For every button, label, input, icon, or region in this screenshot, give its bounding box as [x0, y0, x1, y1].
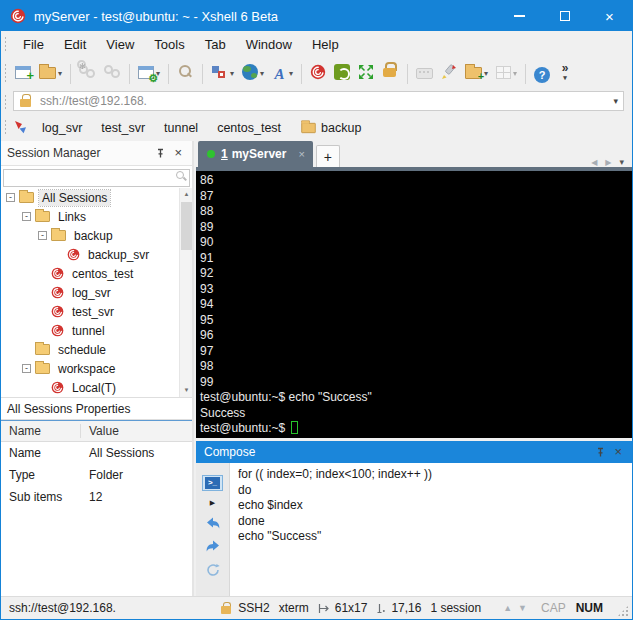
collapse-icon[interactable]: -: [22, 364, 31, 373]
tree-item-links[interactable]: -Links: [1, 207, 192, 226]
tree-item-test-svr[interactable]: test_svr: [1, 302, 192, 321]
caps-lock-indicator: CAP: [541, 601, 566, 615]
new-folder-button[interactable]: +▾: [462, 62, 491, 85]
link-tunnel[interactable]: tunnel: [164, 121, 198, 135]
chevron-down-icon[interactable]: ▾: [613, 96, 618, 106]
property-row-type[interactable]: TypeFolder: [1, 464, 192, 486]
link-log_svr[interactable]: log_svr: [42, 121, 82, 135]
property-name: Sub items: [1, 490, 81, 504]
new-tab-button[interactable]: [316, 145, 340, 167]
xftp-button[interactable]: [331, 62, 353, 86]
column-header-value[interactable]: Value: [81, 424, 192, 438]
tree-item-log-svr[interactable]: log_svr: [1, 283, 192, 302]
dropdown-caret-icon[interactable]: ▾: [513, 69, 517, 78]
scroll-down-icon[interactable]: ▼: [180, 384, 193, 397]
folder-icon: [35, 363, 50, 374]
tab-close-icon[interactable]: ×: [298, 148, 304, 160]
session-search-input[interactable]: [3, 169, 190, 187]
menu-item-tools[interactable]: Tools: [144, 34, 194, 55]
help-button[interactable]: ?: [531, 63, 553, 85]
overflow-button[interactable]: »▾: [555, 61, 575, 86]
tree-item-tunnel[interactable]: tunnel: [1, 321, 192, 340]
run-icon[interactable]: ▶: [210, 499, 215, 507]
menu-item-edit[interactable]: Edit: [54, 34, 96, 55]
collapse-icon[interactable]: -: [6, 193, 15, 202]
status-bar: ssh://test@192.168. SSH2 xterm 61x17 17,…: [1, 596, 632, 619]
address-combobox[interactable]: ssh://test@192.168. ▾: [13, 91, 624, 111]
compose-editor[interactable]: for (( index=0; index<100; index++ ))doe…: [230, 463, 632, 596]
back-icon[interactable]: [205, 516, 221, 530]
menu-item-help[interactable]: Help: [302, 34, 349, 55]
tab-list-caret-icon[interactable]: ▾: [619, 157, 624, 167]
menu-item-file[interactable]: File: [13, 34, 54, 55]
tree-item-label: Links: [55, 209, 89, 225]
dropdown-caret-icon[interactable]: ▾: [230, 69, 234, 78]
tree-item-label: All Sessions: [39, 190, 110, 206]
link-test_svr[interactable]: test_svr: [101, 121, 145, 135]
terminal-screen[interactable]: 8687888990919293949596979899test@ubuntu:…: [196, 171, 632, 438]
open-button[interactable]: ▾: [36, 62, 65, 85]
tab-scroll-left-icon[interactable]: ◀: [591, 158, 597, 167]
column-header-name[interactable]: Name: [1, 424, 81, 438]
dropdown-caret-icon[interactable]: ▾: [260, 69, 264, 78]
session-manager-header: Session Manager: [1, 141, 192, 166]
toolbar: +▾✻⚙▾▾▾A▾+▾▾?»▾: [1, 58, 632, 89]
session-properties-button[interactable]: ⚙▾: [135, 62, 163, 85]
lock-button[interactable]: [379, 60, 402, 87]
dropdown-caret-icon[interactable]: ▾: [289, 69, 293, 78]
pin-icon[interactable]: [591, 445, 610, 460]
maximize-button[interactable]: [542, 1, 587, 31]
reconnect-button: [101, 62, 124, 86]
property-row-sub-items[interactable]: Sub items12: [1, 486, 192, 508]
scrollbar-thumb[interactable]: [181, 202, 192, 250]
pin-icon[interactable]: [151, 146, 170, 161]
tab-myserver[interactable]: 1 myServer ×: [198, 141, 313, 167]
tree-item-schedule[interactable]: schedule: [1, 340, 192, 359]
font-icon: A: [272, 65, 287, 83]
forward-icon[interactable]: [205, 539, 221, 553]
layout-button[interactable]: ▾: [208, 62, 237, 86]
tree-item-all-sessions[interactable]: -All Sessions: [1, 188, 192, 207]
font-button[interactable]: A▾: [269, 63, 296, 85]
close-panel-icon[interactable]: [170, 146, 186, 160]
xshell-button[interactable]: [307, 62, 329, 86]
link-backup[interactable]: backup: [300, 121, 361, 135]
tree-scrollbar[interactable]: ▲ ▼: [179, 188, 192, 397]
minimize-button[interactable]: [497, 1, 542, 31]
lock-icon: [20, 95, 34, 107]
find-button[interactable]: [174, 61, 197, 87]
tree-item-backup[interactable]: -backup: [1, 226, 192, 245]
close-button[interactable]: ×: [587, 1, 632, 31]
web-button[interactable]: ▾: [239, 62, 267, 86]
close-panel-icon[interactable]: [610, 445, 626, 459]
address-bar: ssh://test@192.168. ▾: [1, 89, 632, 114]
find-icon: [177, 63, 194, 85]
tree-item-centos-test[interactable]: centos_test: [1, 264, 192, 283]
terminal-line: 87: [200, 189, 632, 205]
tab-scroll-right-icon[interactable]: ▶: [605, 158, 611, 167]
collapse-icon[interactable]: -: [22, 212, 31, 221]
scroll-up-icon[interactable]: ▲: [180, 188, 193, 201]
link-centos_test[interactable]: centos_test: [217, 121, 281, 135]
tree-item-backup-svr[interactable]: backup_svr: [1, 245, 192, 264]
dropdown-caret-icon[interactable]: ▾: [58, 69, 62, 78]
new-session-button[interactable]: +: [12, 62, 34, 85]
property-row-name[interactable]: NameAll Sessions: [1, 442, 192, 464]
menu-item-window[interactable]: Window: [236, 34, 302, 55]
search-icon: [176, 171, 186, 181]
tree-item-label: backup_svr: [85, 247, 152, 263]
web-icon: [242, 64, 258, 84]
resize-grip[interactable]: [617, 605, 629, 617]
highlight-button[interactable]: [438, 62, 460, 86]
session-tree: -All Sessions-Links-backupbackup_svrcent…: [1, 188, 192, 397]
properties-table: Name Value NameAll SessionsTypeFolderSub…: [1, 420, 192, 596]
tree-item-workspace[interactable]: -workspace: [1, 359, 192, 378]
tree-item-local-t-[interactable]: Local(T): [1, 378, 192, 397]
send-to-terminal-icon[interactable]: >_: [202, 475, 223, 491]
collapse-icon[interactable]: -: [38, 231, 47, 240]
menu-item-tab[interactable]: Tab: [195, 34, 236, 55]
dropdown-caret-icon[interactable]: ▾: [484, 69, 488, 78]
fullscreen-button[interactable]: [355, 62, 377, 86]
menu-item-view[interactable]: View: [96, 34, 144, 55]
history-icon[interactable]: [206, 563, 220, 577]
